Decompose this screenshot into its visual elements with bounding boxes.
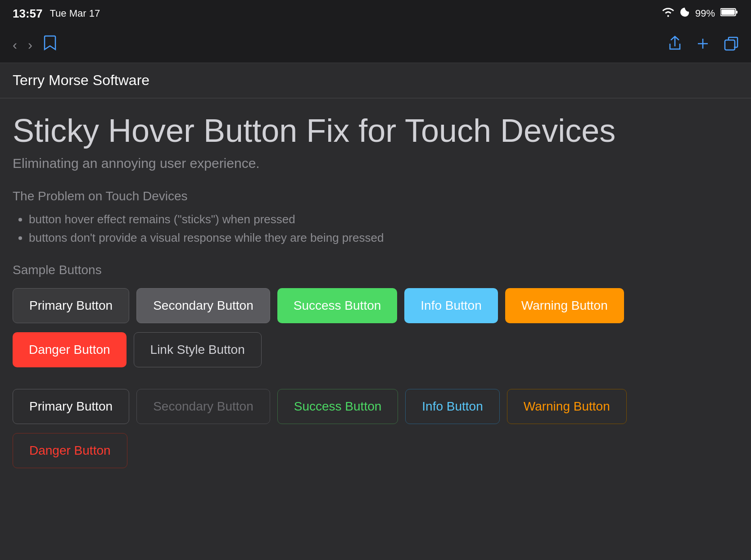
status-date: Tue Mar 17 [50, 8, 100, 19]
site-title: Terry Morse Software [13, 72, 149, 88]
info-button-filled[interactable]: Info Button [404, 288, 498, 323]
nav-bar: ‹ › [0, 27, 751, 63]
danger-button-filled[interactable]: Danger Button [13, 332, 127, 367]
svg-rect-1 [736, 11, 737, 14]
danger-button-outline[interactable]: Danger Button [13, 433, 127, 468]
battery-icon [720, 8, 738, 19]
button-row-2: Primary Button Secondary Button Success … [13, 389, 738, 424]
warning-button-filled[interactable]: Warning Button [505, 288, 624, 323]
moon-icon [680, 7, 690, 20]
wifi-icon [662, 7, 674, 20]
site-header: Terry Morse Software [0, 63, 751, 99]
button-row-1: Primary Button Secondary Button Success … [13, 288, 738, 323]
secondary-button-outline[interactable]: Secondary Button [136, 389, 270, 424]
bookmark-icon[interactable] [43, 35, 57, 55]
success-button-outline[interactable]: Success Button [277, 389, 398, 424]
success-button-filled[interactable]: Success Button [277, 288, 398, 323]
svg-rect-2 [721, 9, 735, 15]
page-title: Sticky Hover Button Fix for Touch Device… [13, 113, 738, 149]
page-subtitle: Eliminating an annoying user experience. [13, 156, 738, 171]
nav-right [668, 36, 738, 54]
list-item: buttons don't provide a visual response … [29, 231, 738, 245]
status-left: 13:57 Tue Mar 17 [13, 7, 100, 21]
link-style-button[interactable]: Link Style Button [134, 332, 262, 367]
main-content: Sticky Hover Button Fix for Touch Device… [0, 99, 751, 492]
warning-button-outline[interactable]: Warning Button [507, 389, 627, 424]
status-right: 99% [662, 7, 738, 20]
problem-list: button hover effect remains ("sticks") w… [13, 212, 738, 245]
button-row-2b: Danger Button [13, 433, 738, 468]
button-row-1b: Danger Button Link Style Button [13, 332, 738, 367]
back-button[interactable]: ‹ [13, 38, 17, 52]
sample-buttons-label: Sample Buttons [13, 263, 738, 277]
status-bar: 13:57 Tue Mar 17 99% [0, 0, 751, 27]
info-button-outline[interactable]: Info Button [405, 389, 499, 424]
svg-rect-5 [725, 40, 735, 50]
secondary-button-filled[interactable]: Secondary Button [136, 288, 270, 323]
tabs-button[interactable] [724, 36, 738, 53]
add-tab-button[interactable] [696, 37, 710, 53]
problem-section-title: The Problem on Touch Devices [13, 189, 738, 203]
share-button[interactable] [668, 36, 682, 54]
battery-percent: 99% [695, 8, 715, 19]
status-time: 13:57 [13, 7, 43, 21]
forward-button[interactable]: › [28, 38, 32, 52]
list-item: button hover effect remains ("sticks") w… [29, 212, 738, 226]
primary-button-outline[interactable]: Primary Button [13, 389, 129, 424]
primary-button-filled[interactable]: Primary Button [13, 288, 129, 323]
nav-left: ‹ › [13, 35, 57, 55]
